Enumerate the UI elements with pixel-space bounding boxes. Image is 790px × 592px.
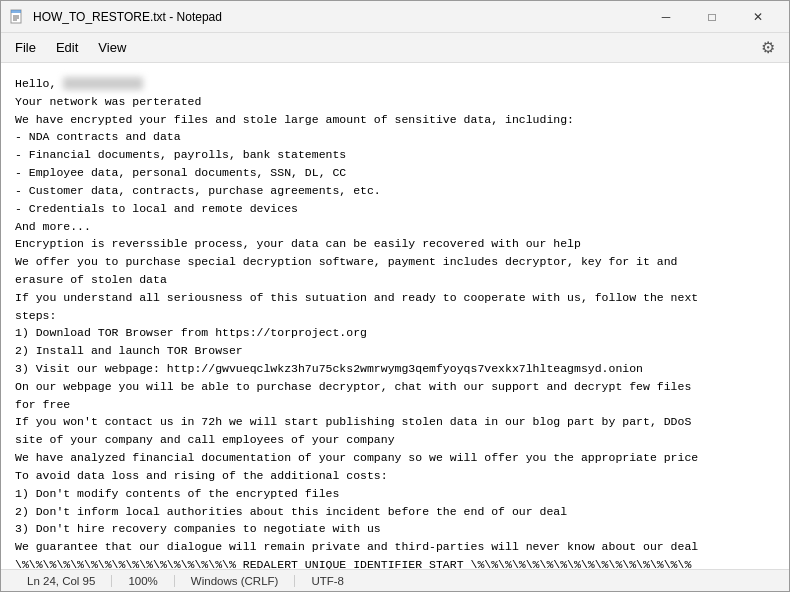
notepad-window: HOW_TO_RESTORE.txt - Notepad ─ □ ✕ File … bbox=[0, 0, 790, 592]
menu-edit[interactable]: Edit bbox=[46, 36, 88, 59]
text-editor[interactable]: Hello, Your network was perterated We ha… bbox=[1, 63, 789, 569]
settings-icon[interactable]: ⚙ bbox=[751, 34, 785, 61]
maximize-button[interactable]: □ bbox=[689, 1, 735, 33]
encoding: UTF-8 bbox=[295, 575, 360, 587]
window-controls[interactable]: ─ □ ✕ bbox=[643, 1, 781, 33]
editor-area[interactable]: Hello, Your network was perterated We ha… bbox=[1, 63, 789, 569]
menu-bar: File Edit View ⚙ bbox=[1, 33, 789, 63]
minimize-button[interactable]: ─ bbox=[643, 1, 689, 33]
status-bar: Ln 24, Col 95 100% Windows (CRLF) UTF-8 bbox=[1, 569, 789, 591]
line-ending: Windows (CRLF) bbox=[175, 575, 296, 587]
cursor-position: Ln 24, Col 95 bbox=[11, 575, 112, 587]
close-button[interactable]: ✕ bbox=[735, 1, 781, 33]
window-title: HOW_TO_RESTORE.txt - Notepad bbox=[33, 10, 643, 24]
svg-rect-1 bbox=[11, 10, 21, 13]
text-hello: Hello, Your network was perterated We ha… bbox=[15, 77, 698, 569]
menu-view[interactable]: View bbox=[88, 36, 136, 59]
zoom-level: 100% bbox=[112, 575, 174, 587]
menu-file[interactable]: File bbox=[5, 36, 46, 59]
redacted-name bbox=[63, 77, 143, 90]
title-bar: HOW_TO_RESTORE.txt - Notepad ─ □ ✕ bbox=[1, 1, 789, 33]
app-icon bbox=[9, 9, 25, 25]
